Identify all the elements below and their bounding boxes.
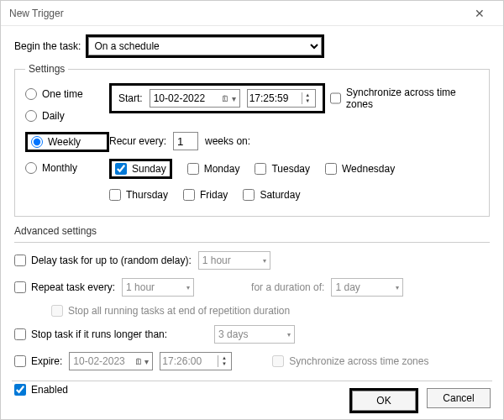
ok-highlight: OK (349, 388, 418, 413)
frequency-column: One time Daily Weekly Monthly (25, 83, 109, 201)
settings-legend: Settings (25, 63, 68, 75)
chevron-down-icon: ▾ (396, 284, 399, 291)
chevron-down-icon: ▾ (263, 257, 266, 265)
expire-time-input[interactable]: 17:26:00▲▼ (160, 352, 232, 370)
start-date-input[interactable]: 10-02-2022 🗓 ▾ (150, 89, 240, 108)
settings-group: Settings One time Daily Weekly Monthly S… (14, 63, 490, 217)
window-title: New Trigger (9, 8, 64, 19)
begin-task-label: Begin the task: (14, 40, 81, 52)
day-wednesday[interactable]: Wednesday (325, 163, 395, 175)
enabled-checkbox[interactable]: Enabled (14, 384, 68, 396)
day-monday[interactable]: Monday (187, 163, 240, 175)
day-tuesday[interactable]: Tuesday (255, 163, 310, 175)
begin-task-highlight: On a schedule (86, 34, 324, 58)
repeat-duration-combo[interactable]: 1 day▾ (331, 278, 403, 297)
day-sunday-highlight: Sunday (109, 159, 172, 179)
expire-checkbox[interactable]: Expire: (14, 355, 62, 367)
calendar-icon[interactable]: 🗓 ▾ (221, 94, 236, 103)
advanced-section: Delay task for up to (random delay): 1 h… (14, 242, 490, 396)
day-friday[interactable]: Friday (183, 189, 228, 201)
repeat-every-combo[interactable]: 1 hour▾ (122, 278, 194, 297)
stop-all-checkbox: Stop all running tasks at end of repetit… (51, 305, 290, 317)
sync-timezone-checkbox[interactable]: Synchronize across time zones (330, 87, 479, 110)
freq-monthly[interactable]: Monthly (25, 162, 109, 174)
delay-combo[interactable]: 1 hour▾ (198, 251, 270, 270)
titlebar: New Trigger ✕ (1, 1, 503, 26)
time-spinner-icon: ▲▼ (218, 355, 229, 367)
chevron-down-icon: ▾ (287, 331, 291, 339)
day-saturday[interactable]: Saturday (243, 189, 300, 201)
begin-task-select[interactable]: On a schedule (88, 37, 322, 55)
freq-weekly[interactable]: Weekly (31, 136, 81, 148)
time-spinner-icon[interactable]: ▲▼ (302, 92, 313, 104)
freq-weekly-highlight: Weekly (25, 132, 109, 152)
delay-checkbox[interactable]: Delay task for up to (random delay): (14, 255, 192, 266)
recur-input[interactable] (173, 132, 198, 150)
days-grid: Sunday Monday Tuesday Wednesday Thursday… (109, 159, 479, 201)
cancel-button[interactable]: Cancel (427, 388, 491, 408)
day-thursday[interactable]: Thursday (109, 189, 168, 201)
calendar-icon: 🗓 ▾ (134, 357, 150, 366)
footer-buttons: OK Cancel (349, 388, 491, 413)
recur-label-pre: Recur every: (109, 135, 166, 147)
stop-long-combo[interactable]: 3 days▾ (214, 325, 295, 344)
repeat-checkbox[interactable]: Repeat task every: (14, 281, 115, 293)
stop-long-checkbox[interactable]: Stop task if it runs longer than: (14, 328, 167, 340)
recur-label-post: weeks on: (205, 135, 250, 147)
start-label: Start: (118, 92, 143, 104)
footer-separator (12, 381, 492, 381)
expire-date-input[interactable]: 10-02-2023🗓 ▾ (69, 352, 153, 370)
advanced-heading: Advanced settings (14, 225, 490, 237)
freq-one-time[interactable]: One time (25, 88, 109, 100)
expire-sync-checkbox: Synchronize across time zones (272, 355, 428, 367)
day-sunday[interactable]: Sunday (115, 163, 166, 175)
freq-daily[interactable]: Daily (25, 110, 109, 122)
repeat-duration-label: for a duration of: (251, 281, 324, 293)
chevron-down-icon: ▾ (186, 284, 190, 291)
start-highlight: Start: 10-02-2022 🗓 ▾ 17:25:59 ▲▼ (109, 83, 325, 113)
start-time-input[interactable]: 17:25:59 ▲▼ (247, 89, 316, 108)
ok-button[interactable]: OK (352, 391, 416, 411)
close-icon[interactable]: ✕ (463, 2, 496, 25)
